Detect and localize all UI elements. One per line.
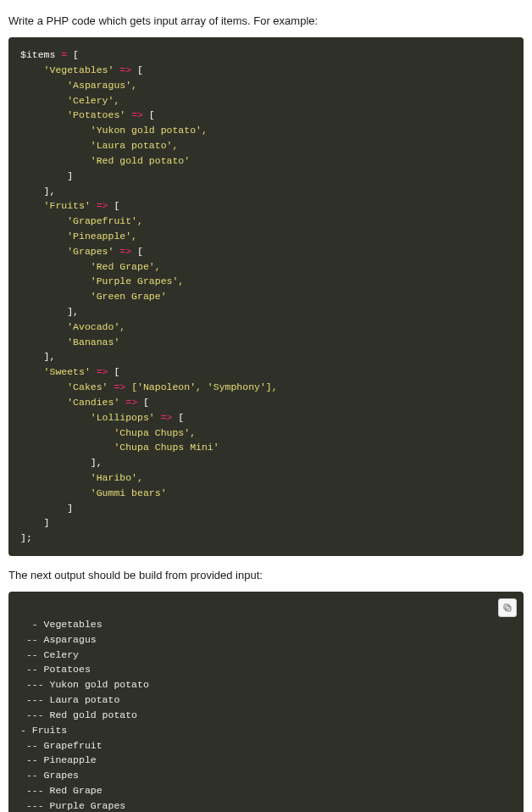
code-str: 'Purple Grapes', <box>20 275 184 286</box>
code-punc: ]; <box>20 532 32 543</box>
code-str: 'Yukon gold potato', <box>20 125 208 136</box>
output-line: -- Celery <box>20 649 79 660</box>
code-str: 'Red Grape', <box>20 261 161 272</box>
code-punc: [ <box>131 64 143 75</box>
output-line: -- Grapes <box>20 770 79 781</box>
code-key: 'Sweets' <box>20 366 97 377</box>
code-arrow: => <box>97 366 108 377</box>
code-str: 'Grapefruit', <box>20 215 143 226</box>
code-punc: ] <box>20 517 50 528</box>
code-arrow: => <box>161 412 173 423</box>
code-str: 'Haribo', <box>20 472 143 483</box>
code-str: 'Asparagus', <box>20 80 137 91</box>
svg-rect-1 <box>504 604 509 609</box>
code-arrow: => <box>131 109 143 120</box>
output-line: - Fruits <box>20 725 67 736</box>
code-punc: [ <box>131 246 143 257</box>
code-key: 'Potatoes' <box>20 109 131 120</box>
code-str: 'Green Grape' <box>20 291 167 302</box>
code-str: 'Red gold potato' <box>20 155 190 166</box>
code-str: 'Celery', <box>20 95 119 106</box>
code-str: 'Chupa Chups Mini' <box>20 442 219 453</box>
code-str: ['Napoleon', 'Symphony'], <box>125 381 277 392</box>
code-arrow: => <box>119 246 131 257</box>
output-line: --- Red Grape <box>20 785 103 796</box>
output-line: --- Red gold potato <box>20 709 137 720</box>
code-str: 'Chupa Chups', <box>20 427 196 438</box>
code-punc: [ <box>108 366 120 377</box>
code-arrow: => <box>119 64 131 75</box>
code-str: 'Gummi bears' <box>20 487 167 498</box>
code-key: 'Vegetables' <box>20 64 119 75</box>
code-punc: ], <box>20 457 103 468</box>
code-str: 'Avocado', <box>20 321 125 332</box>
code-punc: [ <box>67 49 79 60</box>
output-line: -- Asparagus <box>20 634 97 645</box>
code-key: 'Fruits' <box>20 200 97 211</box>
code-arrow: => <box>125 397 137 408</box>
code-punc: [ <box>172 412 184 423</box>
output-line: - Vegetables <box>32 619 103 630</box>
code-punc: [ <box>143 109 155 120</box>
code-str: 'Pineapple', <box>20 231 137 242</box>
copy-icon <box>502 603 513 613</box>
code-punc: ], <box>20 306 79 317</box>
code-key: 'Lollipops' <box>20 412 161 423</box>
output-line: -- Grapefruit <box>20 740 103 751</box>
code-key: 'Grapes' <box>20 246 119 257</box>
code-punc: [ <box>137 397 149 408</box>
code-arrow: => <box>97 200 108 211</box>
output-line: --- Yukon gold potato <box>20 679 149 690</box>
code-line: $items <box>20 49 61 60</box>
code-key: 'Cakes' <box>20 381 114 392</box>
code-punc: ], <box>20 351 55 362</box>
code-punc: ], <box>20 186 55 197</box>
code-punc: [ <box>108 200 120 211</box>
output-code-block: - Vegetables -- Asparagus -- Celery -- P… <box>8 592 524 812</box>
output-line: -- Pineapple <box>20 754 97 765</box>
output-line: -- Potatoes <box>20 664 91 675</box>
code-punc: ] <box>20 503 73 514</box>
output-line: --- Purple Grapes <box>20 800 125 811</box>
code-str: 'Bananas' <box>20 336 119 348</box>
code-str: 'Laura potato', <box>20 140 178 151</box>
output-line: --- Laura potato <box>20 694 119 705</box>
code-key: 'Candies' <box>20 397 125 408</box>
code-punc: ] <box>20 170 73 181</box>
svg-rect-0 <box>506 606 511 611</box>
middle-text: The next output should be build from pro… <box>8 568 524 583</box>
copy-button[interactable] <box>498 598 517 617</box>
php-code-block: $items = [ 'Vegetables' => [ 'Asparagus'… <box>8 37 524 556</box>
intro-text: Write a PHP code which gets input array … <box>8 14 524 29</box>
code-arrow: => <box>114 381 125 392</box>
